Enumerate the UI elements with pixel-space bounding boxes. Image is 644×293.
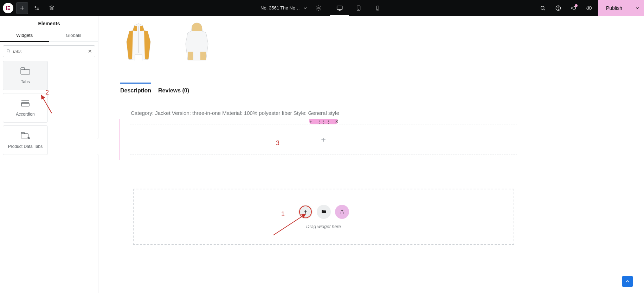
accordion-widget-icon	[20, 99, 31, 108]
product-data-tabs-widget-icon	[20, 132, 31, 141]
column-add-icon: ＋	[320, 134, 327, 145]
scroll-to-top-button[interactable]	[622, 276, 633, 287]
tab-globals[interactable]: Globals	[49, 29, 98, 41]
panel-tabs: Widgets Globals	[0, 29, 98, 42]
annotation-circle-icon	[299, 206, 312, 218]
section-handle: ＋ ⋮⋮⋮ ✕	[309, 119, 337, 124]
widget-tabs[interactable]: Tabs	[3, 61, 48, 90]
search-clear-button[interactable]: ✕	[88, 48, 92, 54]
notification-dot-icon	[575, 4, 578, 7]
help-button[interactable]	[550, 0, 566, 16]
svg-point-15	[588, 7, 590, 9]
topbar-left-group	[0, 2, 58, 14]
section-drag-handle[interactable]: ⋮⋮⋮	[317, 119, 331, 124]
product-tab-reviews[interactable]: Reviews (0)	[158, 83, 189, 99]
svg-point-11	[377, 9, 378, 9]
product-thumbnail-2[interactable]	[178, 19, 216, 64]
site-settings-button[interactable]	[313, 2, 324, 14]
tab-widgets-label: Widgets	[16, 33, 33, 38]
svg-rect-2	[8, 8, 10, 8]
svg-rect-17	[21, 70, 30, 74]
widgets-grid: Tabs Accordion Product Data Tabs	[0, 61, 98, 155]
svg-point-20	[28, 137, 30, 139]
product-tabs: Description Reviews (0)	[120, 83, 620, 99]
widget-tabs-label: Tabs	[21, 79, 30, 84]
svg-rect-1	[8, 6, 10, 7]
add-template-button[interactable]	[317, 205, 331, 219]
elements-panel: Elements Widgets Globals ✕	[0, 16, 98, 293]
preview-button[interactable]	[581, 0, 597, 16]
product-description-text: Category: Jacket Version: three-in-one M…	[131, 110, 339, 116]
panel-title: Elements	[0, 16, 98, 29]
search-input[interactable]	[13, 49, 84, 54]
dropzone-buttons	[298, 205, 349, 219]
widget-accordion-label: Accordion	[16, 112, 34, 117]
device-tablet[interactable]	[349, 0, 368, 16]
widget-search-box: ✕	[3, 45, 95, 57]
add-element-button[interactable]	[16, 2, 28, 14]
responsive-device-tabs	[330, 0, 387, 16]
new-section-dropzone[interactable]: Drag widget here	[133, 189, 514, 245]
section-delete-button[interactable]: ✕	[335, 119, 339, 124]
svg-rect-19	[21, 134, 28, 138]
publish-options-button[interactable]	[630, 0, 644, 16]
tabs-widget-icon	[20, 67, 31, 76]
device-desktop[interactable]	[330, 0, 349, 16]
selected-section[interactable]: ＋ ⋮⋮⋮ ✕ ＋	[120, 119, 527, 160]
whats-new-button[interactable]	[566, 0, 581, 16]
svg-rect-0	[6, 6, 7, 10]
svg-point-5	[38, 8, 39, 9]
empty-column[interactable]: ＋	[130, 124, 517, 155]
product-tab-description[interactable]: Description	[120, 83, 151, 99]
widget-accordion[interactable]: Accordion	[3, 93, 48, 123]
editor-canvas: Description Reviews (0) Category: Jacket…	[98, 16, 644, 293]
editor-topbar: No. 3561 The No…	[0, 0, 644, 16]
page-name-label: No. 3561 The No…	[260, 5, 300, 11]
dropzone-text: Drag widget here	[306, 224, 341, 229]
device-mobile[interactable]	[368, 0, 387, 16]
svg-point-14	[558, 9, 558, 9]
topbar-right-group: Publish	[535, 0, 644, 16]
svg-rect-18	[21, 103, 29, 106]
widget-product-data-tabs[interactable]: Product Data Tabs	[3, 125, 48, 155]
page-settings-button[interactable]	[31, 2, 43, 14]
svg-point-6	[318, 7, 320, 9]
add-section-button[interactable]	[298, 205, 313, 219]
search-icon	[6, 48, 11, 54]
publish-button[interactable]: Publish	[598, 0, 630, 16]
page-selector[interactable]: No. 3561 The No…	[257, 0, 311, 16]
svg-rect-7	[337, 6, 342, 9]
product-tab-reviews-label: Reviews (0)	[158, 87, 189, 93]
svg-point-16	[7, 49, 9, 52]
publish-label: Publish	[606, 5, 622, 11]
product-tab-description-label: Description	[120, 87, 151, 93]
tab-widgets[interactable]: Widgets	[0, 29, 49, 41]
product-thumbnail-1[interactable]	[120, 19, 157, 64]
svg-point-4	[35, 6, 36, 7]
section-add-button[interactable]: ＋	[309, 119, 313, 125]
tab-globals-label: Globals	[66, 33, 81, 38]
finder-search-button[interactable]	[535, 0, 550, 16]
widget-product-data-tabs-label: Product Data Tabs	[8, 144, 43, 149]
topbar-center-group: No. 3561 The No…	[257, 0, 387, 16]
svg-point-9	[358, 9, 359, 10]
svg-point-12	[541, 6, 544, 9]
structure-button[interactable]	[46, 2, 58, 14]
elementor-logo[interactable]	[3, 3, 13, 13]
svg-rect-3	[8, 9, 10, 10]
ai-generate-button[interactable]	[335, 205, 349, 219]
product-thumbnails	[120, 19, 216, 64]
